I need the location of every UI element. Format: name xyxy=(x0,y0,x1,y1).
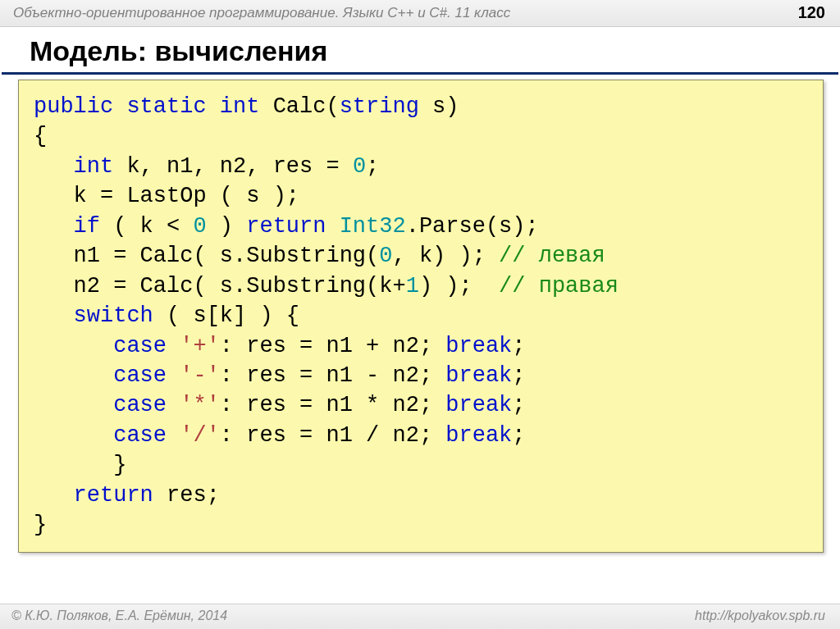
code-text: : res = n1 + n2; xyxy=(220,334,445,358)
code-text xyxy=(167,423,180,448)
code-text: .Parse(s); xyxy=(406,214,539,239)
code-text: ) xyxy=(207,214,247,239)
comment: // левая xyxy=(499,244,605,268)
code-text: ( s[k] ) { xyxy=(153,303,299,328)
top-bar: Объектно-ориентированное программировани… xyxy=(0,0,840,27)
code-text: s) xyxy=(419,94,459,119)
kw-return: return xyxy=(74,483,153,508)
num-literal: 0 xyxy=(193,214,206,239)
kw-public: public xyxy=(34,94,113,119)
kw-case: case xyxy=(113,393,167,417)
code-text xyxy=(34,154,74,179)
kw-return: return xyxy=(246,214,326,239)
code-text: n1 = Calc( s.Substring( xyxy=(34,244,379,268)
code-text: } xyxy=(34,513,47,537)
code-text: ; xyxy=(512,423,525,448)
char-literal: '-' xyxy=(180,363,220,388)
kw-static: static xyxy=(126,94,206,119)
num-literal: 0 xyxy=(379,244,392,268)
code-text xyxy=(167,334,180,358)
code-text: ; xyxy=(512,393,525,417)
page-number: 120 xyxy=(798,3,825,22)
slide-title: Модель: вычисления xyxy=(2,27,838,75)
code-text xyxy=(34,214,74,239)
code-text xyxy=(34,423,113,448)
code-text: n2 = Calc( s.Substring(k+ xyxy=(34,274,406,299)
footer-url: http://kpolyakov.spb.ru xyxy=(695,608,825,623)
num-literal: 0 xyxy=(353,154,366,179)
code-text: k = LastOp ( s ); xyxy=(34,184,299,208)
char-literal: '*' xyxy=(180,393,220,417)
code-text xyxy=(34,363,113,388)
kw-case: case xyxy=(113,363,167,388)
code-text: ; xyxy=(512,363,525,388)
code-text xyxy=(167,363,180,388)
slide: Объектно-ориентированное программировани… xyxy=(0,0,840,629)
code-text: : res = n1 - n2; xyxy=(220,363,445,388)
code-text xyxy=(326,214,339,239)
type-int32: Int32 xyxy=(340,214,406,239)
char-literal: '/' xyxy=(180,423,220,448)
comment: // правая xyxy=(499,274,619,299)
kw-case: case xyxy=(113,334,167,358)
code-text: } xyxy=(34,453,126,477)
kw-string: string xyxy=(340,94,419,119)
code-text: res; xyxy=(153,483,220,508)
code-text: Calc( xyxy=(259,94,339,119)
code-text: ; xyxy=(366,154,379,179)
code-text: ; xyxy=(512,334,525,358)
code-text: k, n1, n2, res = xyxy=(113,154,353,179)
kw-break: break xyxy=(445,334,512,358)
code-text: , k) ); xyxy=(392,244,499,268)
kw-int: int xyxy=(220,94,260,119)
code-text xyxy=(34,303,74,328)
code-text: : res = n1 / n2; xyxy=(220,423,445,448)
kw-break: break xyxy=(445,363,512,388)
code-block: public static int Calc(string s) { int k… xyxy=(18,80,824,553)
code-text xyxy=(167,393,180,417)
code-text: { xyxy=(34,124,47,148)
code-text: : res = n1 * n2; xyxy=(220,393,445,417)
code-text xyxy=(34,483,74,508)
code-text xyxy=(34,334,113,358)
char-literal: '+' xyxy=(180,334,220,358)
code-text xyxy=(34,393,113,417)
kw-case: case xyxy=(113,423,167,448)
num-literal: 1 xyxy=(406,274,419,299)
footer: © К.Ю. Поляков, Е.А. Ерёмин, 2014 http:/… xyxy=(0,604,840,629)
code-text: ) ); xyxy=(419,274,499,299)
kw-switch: switch xyxy=(74,303,153,328)
kw-int: int xyxy=(74,154,114,179)
kw-break: break xyxy=(445,393,512,417)
course-title: Объектно-ориентированное программировани… xyxy=(13,5,510,21)
code-text: ( k < xyxy=(100,214,193,239)
copyright: © К.Ю. Поляков, Е.А. Ерёмин, 2014 xyxy=(11,608,227,623)
kw-if: if xyxy=(74,214,100,239)
kw-break: break xyxy=(445,423,512,448)
